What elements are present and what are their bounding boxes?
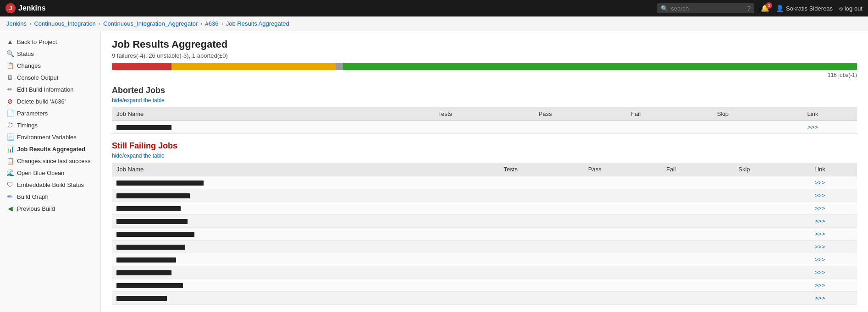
tests-cell xyxy=(468,215,553,228)
job-link-3[interactable]: >>> xyxy=(814,218,825,224)
delete-icon: ⊘ xyxy=(6,98,14,105)
sidebar-item-embeddable-status[interactable]: 🛡 Embeddable Build Status xyxy=(0,179,100,191)
sidebar-item-job-results[interactable]: 📊 Job Results Aggregated xyxy=(0,143,100,155)
link-cell[interactable]: >>> xyxy=(783,215,857,228)
breadcrumb-jenkins[interactable]: Jenkins xyxy=(6,20,27,27)
job-link-0[interactable]: >>> xyxy=(814,179,825,186)
sidebar-item-back-to-project[interactable]: ▲ Back to Project xyxy=(0,36,100,48)
sidebar-item-env-vars[interactable]: 📃 Environment Variables xyxy=(0,131,100,143)
sidebar-item-changes[interactable]: 📋 Changes xyxy=(0,60,100,71)
search-box[interactable]: 🔍 ? xyxy=(657,3,754,13)
link-cell[interactable]: >>> xyxy=(783,176,857,189)
sidebar-label-params: Parameters xyxy=(17,110,48,117)
sidebar-item-status[interactable]: 🔍 Status xyxy=(0,48,100,60)
job-link-2[interactable]: >>> xyxy=(814,205,825,212)
job-link-5[interactable]: >>> xyxy=(814,243,825,250)
col-tests-failing: Tests xyxy=(468,163,553,176)
main-layout: ▲ Back to Project 🔍 Status 📋 Changes 🖥 C… xyxy=(0,31,868,312)
skip-cell xyxy=(706,202,783,215)
breadcrumb-aggregator[interactable]: Continuous_Integration_Aggregator xyxy=(103,20,198,27)
sidebar-item-parameters[interactable]: 📄 Parameters xyxy=(0,107,100,119)
job-link-1[interactable]: >>> xyxy=(814,192,825,199)
skip-cell xyxy=(706,266,783,279)
logout-icon: ⎋ xyxy=(839,5,843,12)
sidebar-item-delete-build[interactable]: ⊘ Delete build '#636' xyxy=(0,95,100,107)
fail-cell xyxy=(636,176,706,189)
jenkins-logo[interactable]: J Jenkins xyxy=(6,3,46,13)
breadcrumb-ci[interactable]: Continuous_Integration xyxy=(34,20,95,27)
link-cell[interactable]: >>> xyxy=(768,121,857,134)
table-row: >>> xyxy=(112,228,857,241)
aborted-hide-expand[interactable]: hide/expand the table xyxy=(112,97,857,104)
breadcrumb-build[interactable]: #636 xyxy=(205,20,219,27)
link-cell[interactable]: >>> xyxy=(783,202,857,215)
table-row: >>> xyxy=(112,292,857,305)
jenkins-logo-text: Jenkins xyxy=(18,4,46,12)
nav-right: 🔍 ? 🔔 3 👤 Sokratis Sidereas ⎋ log out xyxy=(657,3,862,13)
tests-cell xyxy=(468,253,553,266)
fail-cell xyxy=(636,189,706,202)
sidebar-label-status: Status xyxy=(17,50,34,57)
job-link-4[interactable]: >>> xyxy=(814,230,825,237)
link-cell[interactable]: >>> xyxy=(783,241,857,253)
redacted-name xyxy=(116,125,171,130)
logout-button[interactable]: ⎋ log out xyxy=(839,5,862,12)
table-row: >>> xyxy=(112,189,857,202)
page-title: Job Results Aggregated xyxy=(112,38,857,50)
timings-icon: ⏱ xyxy=(6,121,14,129)
job-link-7[interactable]: >>> xyxy=(814,269,825,276)
search-input[interactable] xyxy=(671,5,744,12)
job-link-6[interactable]: >>> xyxy=(814,256,825,263)
job-name-cell xyxy=(112,241,468,253)
table-row: >>> xyxy=(112,202,857,215)
help-icon[interactable]: ? xyxy=(747,5,751,12)
col-job-name-aborted: Job Name xyxy=(112,107,394,121)
job-link-9[interactable]: >>> xyxy=(814,295,825,301)
pass-cell xyxy=(553,176,636,189)
failing-table-header: Job Name Tests Pass Fail Skip Link xyxy=(112,163,857,176)
table-row: >>> xyxy=(112,266,857,279)
tests-cell xyxy=(468,241,553,253)
job-link-8[interactable]: >>> xyxy=(814,282,825,289)
skip-cell xyxy=(706,228,783,241)
blue-ocean-icon: 🌊 xyxy=(6,169,14,176)
fail-cell xyxy=(636,253,706,266)
breadcrumb-sep-2: › xyxy=(99,20,100,27)
col-pass-aborted: Pass xyxy=(496,107,594,121)
status-icon: 🔍 xyxy=(6,50,14,57)
link-cell[interactable]: >>> xyxy=(783,189,857,202)
job-name-cell xyxy=(112,279,468,292)
sidebar-item-changes-since-success[interactable]: 📋 Changes since last success xyxy=(0,155,100,167)
link-cell[interactable]: >>> xyxy=(783,228,857,241)
fail-cell xyxy=(636,292,706,305)
skip-cell xyxy=(706,292,783,305)
failing-hide-expand[interactable]: hide/expand the table xyxy=(112,153,857,159)
link-cell[interactable]: >>> xyxy=(783,253,857,266)
sidebar-label-prev: Previous Build xyxy=(17,205,55,212)
sidebar-item-console-output[interactable]: 🖥 Console Output xyxy=(0,71,100,83)
job-name-cell xyxy=(112,253,468,266)
job-link[interactable]: >>> xyxy=(807,124,818,131)
link-cell[interactable]: >>> xyxy=(783,292,857,305)
breadcrumb-page[interactable]: Job Results Aggregated xyxy=(226,20,289,27)
sidebar-item-timings[interactable]: ⏱ Timings xyxy=(0,119,100,131)
pass-cell xyxy=(553,241,636,253)
table-row: >>> xyxy=(112,121,857,134)
sidebar-item-open-blue-ocean[interactable]: 🌊 Open Blue Ocean xyxy=(0,167,100,179)
user-info[interactable]: 👤 Sokratis Sidereas xyxy=(776,5,833,12)
user-icon: 👤 xyxy=(776,5,784,12)
sidebar-label-changes: Changes xyxy=(17,62,41,69)
sidebar-item-edit-build-info[interactable]: ✏ Edit Build Information xyxy=(0,83,100,95)
bar-gray xyxy=(336,63,343,70)
sidebar-item-build-graph[interactable]: ✏ Build Graph xyxy=(0,191,100,203)
link-cell[interactable]: >>> xyxy=(783,266,857,279)
notifications-bell[interactable]: 🔔 3 xyxy=(761,4,769,12)
main-content: Job Results Aggregated 9 failures(-4), 2… xyxy=(101,31,868,312)
redacted-name-6 xyxy=(116,257,176,263)
redacted-name-4 xyxy=(116,232,194,237)
pass-cell xyxy=(553,266,636,279)
sidebar-item-previous-build[interactable]: ◀ Previous Build xyxy=(0,203,100,214)
edit-icon: ✏ xyxy=(6,86,14,93)
link-cell[interactable]: >>> xyxy=(783,279,857,292)
changes-since-icon: 📋 xyxy=(6,157,14,164)
